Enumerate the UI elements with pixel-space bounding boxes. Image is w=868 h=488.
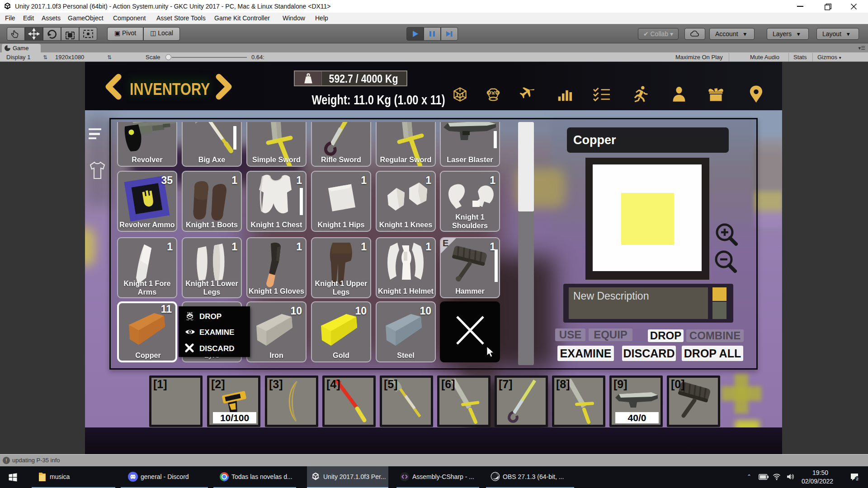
svg-text:2: 2 [856,477,858,481]
